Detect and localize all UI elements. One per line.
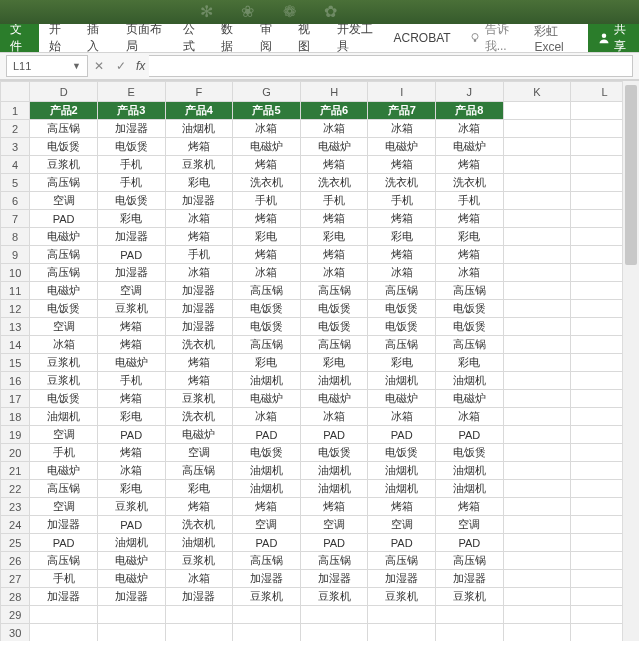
cell[interactable]: 烤箱 bbox=[436, 210, 504, 228]
row-header[interactable]: 19 bbox=[1, 426, 30, 444]
cell[interactable]: 彩电 bbox=[165, 174, 233, 192]
cell[interactable]: 产品3 bbox=[97, 102, 165, 120]
cell[interactable]: 电磁炉 bbox=[300, 138, 368, 156]
cell[interactable]: 加湿器 bbox=[368, 570, 436, 588]
cell[interactable]: 电饭煲 bbox=[233, 444, 301, 462]
cell[interactable] bbox=[503, 624, 571, 642]
cell[interactable] bbox=[436, 624, 504, 642]
cell[interactable]: 手机 bbox=[436, 192, 504, 210]
cell[interactable]: 冰箱 bbox=[97, 462, 165, 480]
row-header[interactable]: 17 bbox=[1, 390, 30, 408]
cell[interactable] bbox=[503, 498, 571, 516]
cell[interactable]: 油烟机 bbox=[165, 120, 233, 138]
cell[interactable]: 产品2 bbox=[30, 102, 98, 120]
cell[interactable]: 彩电 bbox=[233, 354, 301, 372]
cell[interactable]: 彩电 bbox=[300, 354, 368, 372]
cell[interactable]: 加湿器 bbox=[97, 264, 165, 282]
cell[interactable]: 豆浆机 bbox=[368, 588, 436, 606]
cell[interactable]: 电饭煲 bbox=[300, 318, 368, 336]
cell[interactable]: 高压锅 bbox=[233, 282, 301, 300]
select-all-corner[interactable] bbox=[1, 82, 30, 102]
cell[interactable] bbox=[503, 192, 571, 210]
cell[interactable]: 高压锅 bbox=[300, 552, 368, 570]
cell[interactable] bbox=[503, 138, 571, 156]
cell[interactable]: 彩电 bbox=[165, 480, 233, 498]
cell[interactable] bbox=[503, 534, 571, 552]
cell[interactable]: 冰箱 bbox=[436, 264, 504, 282]
row-header[interactable]: 1 bbox=[1, 102, 30, 120]
cell[interactable]: 电磁炉 bbox=[436, 390, 504, 408]
cell[interactable]: 加湿器 bbox=[97, 120, 165, 138]
cell[interactable]: 手机 bbox=[30, 570, 98, 588]
cell[interactable]: 高压锅 bbox=[368, 552, 436, 570]
cell[interactable]: 手机 bbox=[97, 174, 165, 192]
cell[interactable]: 电磁炉 bbox=[436, 138, 504, 156]
cell[interactable]: PAD bbox=[233, 534, 301, 552]
cell[interactable]: 产品5 bbox=[233, 102, 301, 120]
cell[interactable]: 冰箱 bbox=[233, 120, 301, 138]
cell[interactable]: 电磁炉 bbox=[30, 462, 98, 480]
cell[interactable]: 烤箱 bbox=[233, 210, 301, 228]
cell[interactable]: 加湿器 bbox=[97, 228, 165, 246]
cell[interactable] bbox=[97, 606, 165, 624]
cell[interactable]: 空调 bbox=[30, 498, 98, 516]
cell[interactable]: 电饭煲 bbox=[300, 444, 368, 462]
cell[interactable]: 电饭煲 bbox=[300, 300, 368, 318]
cell[interactable] bbox=[503, 372, 571, 390]
cell[interactable]: 烤箱 bbox=[436, 498, 504, 516]
row-header[interactable]: 11 bbox=[1, 282, 30, 300]
row-header[interactable]: 30 bbox=[1, 624, 30, 642]
cell[interactable]: 空调 bbox=[30, 192, 98, 210]
row-header[interactable]: 13 bbox=[1, 318, 30, 336]
cell[interactable]: 冰箱 bbox=[300, 120, 368, 138]
cell[interactable]: 洗衣机 bbox=[300, 174, 368, 192]
cell[interactable] bbox=[503, 480, 571, 498]
cell[interactable]: PAD bbox=[300, 426, 368, 444]
cell[interactable]: 豆浆机 bbox=[436, 588, 504, 606]
row-header[interactable]: 28 bbox=[1, 588, 30, 606]
cell[interactable]: 彩电 bbox=[97, 480, 165, 498]
cell[interactable]: 高压锅 bbox=[368, 336, 436, 354]
cell[interactable] bbox=[503, 210, 571, 228]
cell[interactable]: PAD bbox=[97, 516, 165, 534]
row-header[interactable]: 9 bbox=[1, 246, 30, 264]
scrollbar-thumb[interactable] bbox=[625, 85, 637, 265]
cell[interactable]: 空调 bbox=[165, 444, 233, 462]
cell[interactable]: 加湿器 bbox=[233, 570, 301, 588]
confirm-formula-button[interactable]: ✓ bbox=[110, 59, 132, 73]
row-header[interactable]: 15 bbox=[1, 354, 30, 372]
tab-dev[interactable]: 开发工具 bbox=[327, 24, 384, 52]
cell[interactable]: 洗衣机 bbox=[165, 408, 233, 426]
cell[interactable]: PAD bbox=[30, 210, 98, 228]
cell[interactable]: 高压锅 bbox=[300, 282, 368, 300]
cell[interactable]: 加湿器 bbox=[30, 516, 98, 534]
cell[interactable]: PAD bbox=[368, 426, 436, 444]
cell[interactable] bbox=[503, 318, 571, 336]
cell[interactable]: 高压锅 bbox=[436, 552, 504, 570]
cell[interactable] bbox=[503, 336, 571, 354]
cell[interactable]: 冰箱 bbox=[300, 264, 368, 282]
cell[interactable] bbox=[436, 606, 504, 624]
cell[interactable]: 洗衣机 bbox=[436, 174, 504, 192]
cell[interactable] bbox=[503, 390, 571, 408]
cell[interactable]: 高压锅 bbox=[30, 174, 98, 192]
cell[interactable]: 豆浆机 bbox=[97, 300, 165, 318]
cell[interactable]: PAD bbox=[436, 534, 504, 552]
cell[interactable]: 烤箱 bbox=[165, 498, 233, 516]
cell[interactable]: 烤箱 bbox=[368, 156, 436, 174]
cell[interactable]: 冰箱 bbox=[233, 264, 301, 282]
cell[interactable]: 烤箱 bbox=[165, 228, 233, 246]
tab-insert[interactable]: 插入 bbox=[77, 24, 116, 52]
cell[interactable]: 彩电 bbox=[97, 408, 165, 426]
cell[interactable] bbox=[503, 606, 571, 624]
cell[interactable]: 电磁炉 bbox=[97, 552, 165, 570]
column-header[interactable]: H bbox=[300, 82, 368, 102]
cell[interactable]: 电饭煲 bbox=[233, 318, 301, 336]
cell[interactable]: 电饭煲 bbox=[30, 390, 98, 408]
cell[interactable]: 加湿器 bbox=[97, 588, 165, 606]
cell[interactable]: PAD bbox=[30, 534, 98, 552]
cell[interactable]: 烤箱 bbox=[300, 156, 368, 174]
cell[interactable]: 豆浆机 bbox=[233, 588, 301, 606]
cell[interactable] bbox=[503, 516, 571, 534]
cell[interactable]: 加湿器 bbox=[165, 192, 233, 210]
